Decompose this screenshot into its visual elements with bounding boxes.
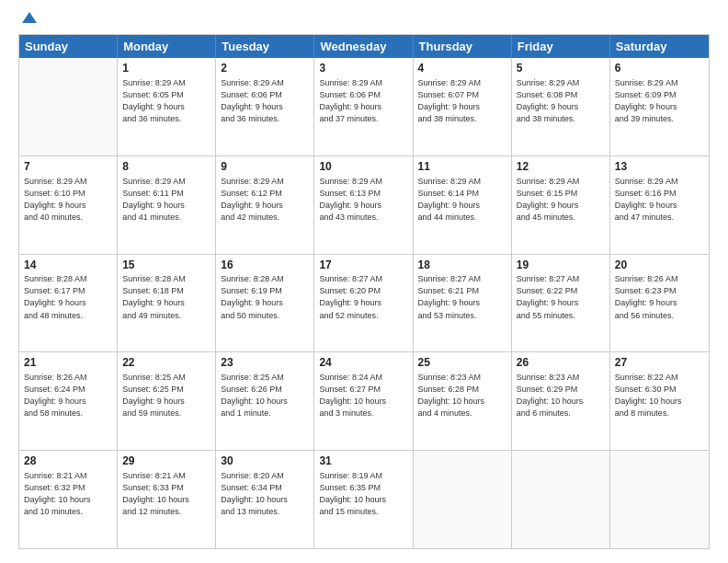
day-number: 31 — [319, 454, 407, 469]
header-day-friday: Friday — [512, 35, 610, 58]
calendar-cell: 8Sunrise: 8:29 AMSunset: 6:11 PMDaylight… — [118, 156, 216, 254]
day-number: 18 — [418, 258, 506, 273]
day-number: 7 — [24, 159, 112, 175]
day-number: 16 — [221, 258, 309, 273]
calendar-cell — [610, 451, 709, 548]
day-number: 3 — [319, 61, 407, 76]
calendar-cell: 22Sunrise: 8:25 AMSunset: 6:25 PMDayligh… — [118, 352, 216, 450]
calendar-cell: 15Sunrise: 8:28 AMSunset: 6:18 PMDayligh… — [118, 255, 216, 352]
day-info: Sunrise: 8:27 AMSunset: 6:22 PMDaylight:… — [517, 273, 605, 321]
calendar-cell: 28Sunrise: 8:21 AMSunset: 6:32 PMDayligh… — [19, 451, 118, 548]
week-row-3: 21Sunrise: 8:26 AMSunset: 6:24 PMDayligh… — [19, 352, 709, 451]
calendar-cell: 18Sunrise: 8:27 AMSunset: 6:21 PMDayligh… — [414, 255, 512, 352]
day-info: Sunrise: 8:29 AMSunset: 6:10 PMDaylight:… — [24, 176, 112, 224]
calendar-cell: 13Sunrise: 8:29 AMSunset: 6:16 PMDayligh… — [610, 156, 709, 254]
calendar-cell: 31Sunrise: 8:19 AMSunset: 6:35 PMDayligh… — [314, 451, 413, 548]
day-info: Sunrise: 8:28 AMSunset: 6:19 PMDaylight:… — [221, 273, 309, 321]
calendar-cell — [512, 451, 610, 548]
header-day-thursday: Thursday — [414, 35, 512, 58]
calendar-cell: 29Sunrise: 8:21 AMSunset: 6:33 PMDayligh… — [118, 451, 216, 548]
day-number: 14 — [24, 258, 112, 273]
svg-marker-0 — [22, 12, 37, 23]
calendar-cell: 14Sunrise: 8:28 AMSunset: 6:17 PMDayligh… — [19, 255, 118, 352]
day-info: Sunrise: 8:26 AMSunset: 6:23 PMDaylight:… — [615, 273, 704, 321]
day-info: Sunrise: 8:29 AMSunset: 6:05 PMDaylight:… — [122, 77, 210, 125]
day-number: 15 — [122, 258, 210, 273]
day-number: 22 — [122, 355, 210, 371]
week-row-4: 28Sunrise: 8:21 AMSunset: 6:32 PMDayligh… — [19, 451, 709, 548]
calendar-cell: 1Sunrise: 8:29 AMSunset: 6:05 PMDaylight… — [118, 58, 216, 155]
day-number: 17 — [319, 258, 407, 273]
day-number: 30 — [221, 454, 309, 469]
calendar-cell: 5Sunrise: 8:29 AMSunset: 6:08 PMDaylight… — [512, 58, 610, 155]
calendar-cell: 11Sunrise: 8:29 AMSunset: 6:14 PMDayligh… — [414, 156, 512, 254]
calendar-cell: 6Sunrise: 8:29 AMSunset: 6:09 PMDaylight… — [610, 58, 709, 155]
day-info: Sunrise: 8:29 AMSunset: 6:08 PMDaylight:… — [517, 77, 605, 125]
page: SundayMondayTuesdayWednesdayThursdayFrid… — [0, 0, 728, 563]
calendar-cell: 21Sunrise: 8:26 AMSunset: 6:24 PMDayligh… — [19, 352, 118, 450]
day-number: 8 — [122, 159, 210, 175]
day-number: 13 — [615, 159, 704, 175]
day-info: Sunrise: 8:28 AMSunset: 6:18 PMDaylight:… — [122, 273, 210, 321]
calendar-cell — [414, 451, 512, 548]
calendar-cell: 2Sunrise: 8:29 AMSunset: 6:06 PMDaylight… — [216, 58, 314, 155]
day-info: Sunrise: 8:29 AMSunset: 6:07 PMDaylight:… — [418, 77, 506, 125]
day-number: 6 — [615, 61, 704, 76]
day-info: Sunrise: 8:25 AMSunset: 6:25 PMDaylight:… — [122, 372, 210, 419]
calendar-cell: 12Sunrise: 8:29 AMSunset: 6:15 PMDayligh… — [512, 156, 610, 254]
day-info: Sunrise: 8:29 AMSunset: 6:12 PMDaylight:… — [221, 176, 309, 224]
day-number: 27 — [615, 355, 704, 371]
day-number: 23 — [221, 355, 309, 371]
day-number: 25 — [418, 355, 506, 371]
day-info: Sunrise: 8:25 AMSunset: 6:26 PMDaylight:… — [221, 372, 309, 419]
day-number: 19 — [517, 258, 605, 273]
day-info: Sunrise: 8:24 AMSunset: 6:27 PMDaylight:… — [319, 372, 407, 419]
day-info: Sunrise: 8:29 AMSunset: 6:06 PMDaylight:… — [319, 77, 407, 125]
day-number: 2 — [221, 61, 309, 76]
day-number: 10 — [319, 159, 407, 175]
calendar-cell: 7Sunrise: 8:29 AMSunset: 6:10 PMDaylight… — [19, 156, 118, 254]
header-day-sunday: Sunday — [19, 35, 118, 58]
calendar-cell: 25Sunrise: 8:23 AMSunset: 6:28 PMDayligh… — [414, 352, 512, 450]
day-number: 24 — [319, 355, 407, 371]
calendar-cell: 19Sunrise: 8:27 AMSunset: 6:22 PMDayligh… — [512, 255, 610, 352]
day-info: Sunrise: 8:19 AMSunset: 6:35 PMDaylight:… — [319, 470, 407, 518]
day-number: 20 — [615, 258, 704, 273]
day-info: Sunrise: 8:29 AMSunset: 6:06 PMDaylight:… — [221, 77, 309, 125]
day-info: Sunrise: 8:29 AMSunset: 6:14 PMDaylight:… — [418, 176, 506, 224]
header-day-wednesday: Wednesday — [314, 35, 413, 58]
day-info: Sunrise: 8:29 AMSunset: 6:09 PMDaylight:… — [615, 77, 704, 125]
calendar-header: SundayMondayTuesdayWednesdayThursdayFrid… — [19, 35, 709, 58]
day-info: Sunrise: 8:28 AMSunset: 6:17 PMDaylight:… — [24, 273, 112, 321]
calendar-body: 1Sunrise: 8:29 AMSunset: 6:05 PMDaylight… — [19, 58, 709, 548]
day-info: Sunrise: 8:21 AMSunset: 6:32 PMDaylight:… — [24, 470, 112, 518]
day-number: 4 — [418, 61, 506, 76]
header-day-tuesday: Tuesday — [216, 35, 314, 58]
header-day-saturday: Saturday — [610, 35, 709, 58]
day-info: Sunrise: 8:22 AMSunset: 6:30 PMDaylight:… — [615, 372, 704, 419]
calendar-cell: 9Sunrise: 8:29 AMSunset: 6:12 PMDaylight… — [216, 156, 314, 254]
day-number: 11 — [418, 159, 506, 175]
day-info: Sunrise: 8:29 AMSunset: 6:16 PMDaylight:… — [615, 176, 704, 224]
calendar-cell: 23Sunrise: 8:25 AMSunset: 6:26 PMDayligh… — [216, 352, 314, 450]
day-number: 9 — [221, 159, 309, 175]
day-info: Sunrise: 8:23 AMSunset: 6:28 PMDaylight:… — [418, 372, 506, 419]
calendar-cell: 16Sunrise: 8:28 AMSunset: 6:19 PMDayligh… — [216, 255, 314, 352]
calendar-cell: 10Sunrise: 8:29 AMSunset: 6:13 PMDayligh… — [314, 156, 413, 254]
header — [18, 14, 710, 25]
day-number: 12 — [517, 159, 605, 175]
day-number: 5 — [517, 61, 605, 76]
calendar-cell: 24Sunrise: 8:24 AMSunset: 6:27 PMDayligh… — [314, 352, 413, 450]
week-row-1: 7Sunrise: 8:29 AMSunset: 6:10 PMDaylight… — [19, 156, 709, 255]
day-number: 28 — [24, 454, 112, 469]
header-day-monday: Monday — [118, 35, 216, 58]
day-info: Sunrise: 8:27 AMSunset: 6:21 PMDaylight:… — [418, 273, 506, 321]
calendar-cell: 27Sunrise: 8:22 AMSunset: 6:30 PMDayligh… — [610, 352, 709, 450]
day-number: 29 — [122, 454, 210, 469]
week-row-2: 14Sunrise: 8:28 AMSunset: 6:17 PMDayligh… — [19, 255, 709, 353]
calendar-cell: 17Sunrise: 8:27 AMSunset: 6:20 PMDayligh… — [314, 255, 413, 352]
day-info: Sunrise: 8:23 AMSunset: 6:29 PMDaylight:… — [517, 372, 605, 419]
day-info: Sunrise: 8:29 AMSunset: 6:11 PMDaylight:… — [122, 176, 210, 224]
calendar-cell: 3Sunrise: 8:29 AMSunset: 6:06 PMDaylight… — [314, 58, 413, 155]
day-info: Sunrise: 8:21 AMSunset: 6:33 PMDaylight:… — [122, 470, 210, 518]
